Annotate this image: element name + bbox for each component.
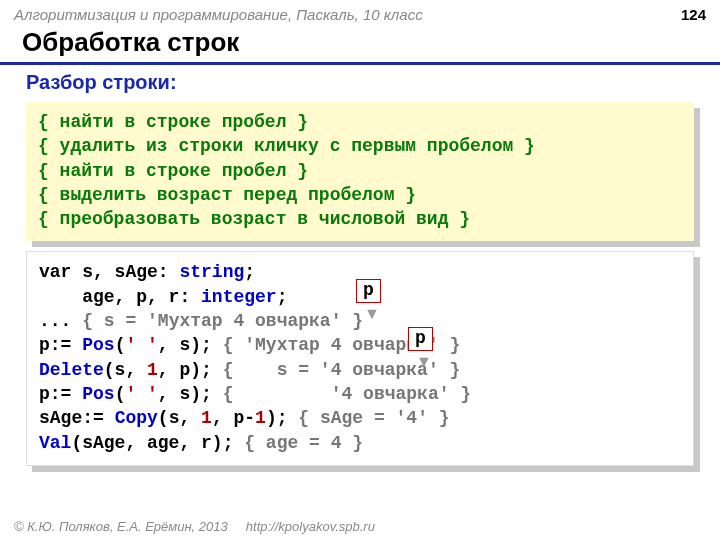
- footer: © К.Ю. Поляков, Е.А. Ерёмин, 2013 http:/…: [0, 519, 720, 534]
- page-number: 124: [681, 6, 706, 23]
- code-text: (: [115, 335, 126, 355]
- keyword: Val: [39, 433, 71, 453]
- section-subtitle: Разбор строки:: [0, 65, 720, 98]
- keyword: Delete: [39, 360, 104, 380]
- arrow-down-icon: ▼: [416, 353, 432, 371]
- code-text: ;: [244, 262, 255, 282]
- footer-url: http://kpolyakov.spb.ru: [246, 519, 375, 534]
- code-text: , s);: [158, 384, 223, 404]
- comment: { sAge = '4' }: [298, 408, 449, 428]
- literal: 1: [255, 408, 266, 428]
- keyword: string: [179, 262, 244, 282]
- code-text: age, p, r:: [39, 287, 201, 307]
- breadcrumb-text: Алгоритмизация и программирование, Паска…: [14, 6, 423, 23]
- copyright: © К.Ю. Поляков, Е.А. Ерёмин, 2013: [14, 519, 228, 534]
- code-text: (sAge, age, r);: [71, 433, 244, 453]
- keyword: Pos: [82, 335, 114, 355]
- code-text: sAge:=: [39, 408, 115, 428]
- keyword: Copy: [115, 408, 158, 428]
- code-text: , s);: [158, 335, 223, 355]
- literal: 1: [147, 360, 158, 380]
- arrow-down-icon: ▼: [364, 305, 380, 323]
- pointer-label-p1: p: [356, 279, 381, 303]
- algo-line: { выделить возраст перед пробелом }: [38, 185, 416, 205]
- code-text: ...: [39, 311, 82, 331]
- literal: 1: [201, 408, 212, 428]
- code-text: , p-: [212, 408, 255, 428]
- code-text: );: [266, 408, 298, 428]
- literal: ' ': [125, 384, 157, 404]
- code-text: (s,: [158, 408, 201, 428]
- algo-line: { найти в строке пробел }: [38, 112, 308, 132]
- algo-line: { удалить из строки кличку с первым проб…: [38, 136, 535, 156]
- breadcrumb: Алгоритмизация и программирование, Паска…: [0, 0, 720, 25]
- code-text: , p);: [158, 360, 223, 380]
- code-box: var s, sAge: string; age, p, r: integer;…: [26, 251, 694, 465]
- algo-line: { найти в строке пробел }: [38, 161, 308, 181]
- algorithm-box: { найти в строке пробел } { удалить из с…: [26, 102, 694, 241]
- code-text: (: [115, 384, 126, 404]
- code-text: ;: [277, 287, 288, 307]
- keyword: Pos: [82, 384, 114, 404]
- literal: ' ': [125, 335, 157, 355]
- page-title: Обработка строк: [0, 25, 720, 65]
- comment: { age = 4 }: [244, 433, 363, 453]
- code-text: var s, sAge:: [39, 262, 179, 282]
- code-text: p:=: [39, 384, 82, 404]
- keyword: integer: [201, 287, 277, 307]
- algo-line: { преобразовать возраст в числовой вид }: [38, 209, 470, 229]
- comment: { '4 овчарка' }: [223, 384, 471, 404]
- code-text: (s,: [104, 360, 147, 380]
- pointer-label-p2: p: [408, 327, 433, 351]
- code-text: p:=: [39, 335, 82, 355]
- comment: { s = 'Мухтар 4 овчарка' }: [82, 311, 363, 331]
